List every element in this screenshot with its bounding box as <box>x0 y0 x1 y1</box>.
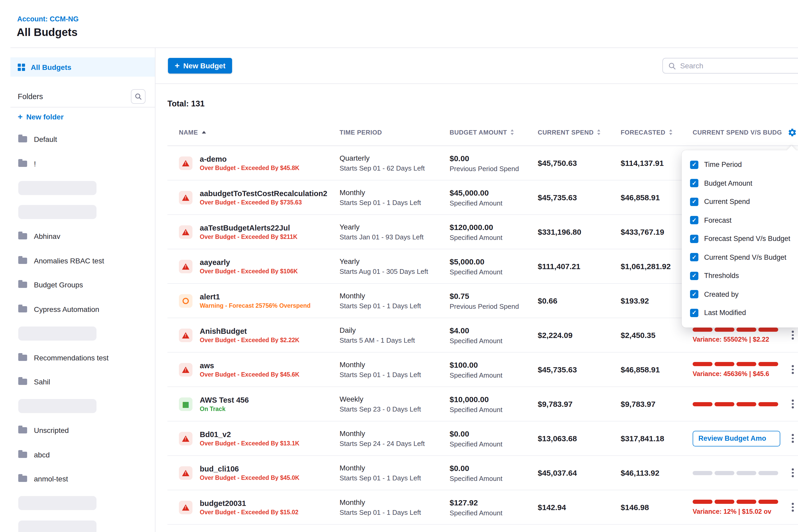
budget-name: AWS Test 456 <box>200 396 249 404</box>
review-budget-button[interactable]: Review Budget Amo <box>692 431 780 446</box>
folder-search-button[interactable] <box>131 89 146 103</box>
search-input[interactable] <box>680 61 798 70</box>
checked-checkbox[interactable]: ✓ <box>690 198 698 206</box>
folder-item[interactable]: Sahil <box>11 370 155 394</box>
checked-checkbox[interactable]: ✓ <box>690 309 698 317</box>
new-folder-button[interactable]: + New folder <box>18 113 64 121</box>
plus-icon: + <box>175 61 180 70</box>
account-breadcrumb[interactable]: Account: CCM-NG <box>17 15 79 23</box>
current-spend: $9,783.97 <box>538 400 621 408</box>
folder-item[interactable]: Budget Groups <box>11 273 155 297</box>
folder-item[interactable]: Default <box>11 127 155 152</box>
folder-item[interactable]: Abhinav <box>11 224 155 249</box>
column-menu-item[interactable]: ✓Current Spend V/s Budget <box>690 248 798 267</box>
budget-status: Over Budget - Exceeded By $15.02 <box>200 509 298 515</box>
folder-item[interactable]: anmol-test <box>11 467 155 491</box>
checked-checkbox[interactable]: ✓ <box>690 290 698 299</box>
folder-item[interactable]: Anomalies RBAC test <box>11 249 155 273</box>
row-menu-kebab-icon[interactable] <box>785 328 798 342</box>
checked-checkbox[interactable]: ✓ <box>690 253 698 262</box>
folder-item[interactable]: Cypress Automation <box>11 297 155 321</box>
table-header: NAMETIME PERIODBUDGET AMOUNTCURRENT SPEN… <box>167 119 798 146</box>
budget-name-cell: aabudgetToTestCostRecalculation2Over Bud… <box>167 189 340 206</box>
row-menu-kebab-icon[interactable] <box>785 362 798 377</box>
budget-amount-detail: Specified Amount <box>450 474 538 482</box>
table-row[interactable]: budget20031Over Budget - Exceeded By $15… <box>167 490 798 525</box>
folder-item[interactable]: ! <box>11 152 155 176</box>
column-header-forecasted[interactable]: FORECASTED <box>621 129 692 136</box>
time-period-detail: Starts Sep 01 - 1 Days Left <box>340 474 450 482</box>
folder-icon <box>18 136 27 142</box>
budget-amount-cell: $0.00Previous Period Spend <box>450 154 538 172</box>
column-menu-item[interactable]: ✓Forecast <box>690 211 798 229</box>
placeholder-bar <box>18 399 96 413</box>
table-row[interactable]: bud_cli106Over Budget - Exceeded By $45.… <box>167 456 798 490</box>
checked-checkbox[interactable]: ✓ <box>690 160 698 169</box>
budget-amount: $45,000.00 <box>450 188 538 197</box>
folder-item-label: abcd <box>34 451 50 459</box>
budget-amount: $120,000.00 <box>450 223 538 231</box>
budget-name-cell: ▦AWS Test 456On Track <box>167 396 340 412</box>
folder-item[interactable]: Unscripted <box>11 418 155 442</box>
row-menu-kebab-icon[interactable] <box>785 397 798 411</box>
warning-triangle-icon <box>182 366 189 373</box>
column-menu-item[interactable]: ✓Forecast Spend V/s Budget <box>690 229 798 248</box>
plus-icon: + <box>18 113 23 121</box>
checked-checkbox[interactable]: ✓ <box>690 272 698 280</box>
column-settings-cell <box>782 125 798 140</box>
column-header-time-period[interactable]: TIME PERIOD <box>340 129 450 136</box>
spend-vs-budget-cell <box>692 402 782 406</box>
folder-item[interactable]: Recommendations test <box>11 345 155 370</box>
column-header-current-spend[interactable]: CURRENT SPEND <box>538 129 621 136</box>
warning-triangle-icon <box>182 194 189 201</box>
current-spend: $13,063.68 <box>538 434 621 443</box>
time-period: Monthly <box>340 291 450 300</box>
column-menu-item[interactable]: ✓Thresholds <box>690 267 798 285</box>
row-menu-kebab-icon[interactable] <box>785 431 798 446</box>
column-header-label: TIME PERIOD <box>340 129 382 136</box>
checked-checkbox[interactable]: ✓ <box>690 179 698 188</box>
row-menu-kebab-icon[interactable] <box>785 466 798 480</box>
budget-amount-cell: $10,000.00Specified Amount <box>450 395 538 413</box>
column-header-name[interactable]: NAME <box>167 129 340 136</box>
column-settings-menu: ✓Time Period✓Budget Amount✓Current Spend… <box>682 150 798 327</box>
sidebar-item-all-budgets[interactable]: All Budgets <box>11 57 155 77</box>
sidebar: All Budgets Folders + New folder Default… <box>11 48 155 532</box>
column-menu-item[interactable]: ✓Budget Amount <box>690 174 798 192</box>
table-row[interactable]: awsOver Budget - Exceeded By $45.6KMonth… <box>167 353 798 387</box>
checked-checkbox[interactable]: ✓ <box>690 216 698 225</box>
column-menu-item[interactable]: ✓Last Modified <box>690 304 798 322</box>
budget-status: Over Budget - Exceeded By $45.6K <box>200 372 299 378</box>
budget-status: Over Budget - Exceeded By $45.8K <box>200 165 299 171</box>
column-header-label: FORECASTED <box>621 129 665 136</box>
row-menu-kebab-icon[interactable] <box>785 500 798 515</box>
folder-item-label: ! <box>34 159 36 168</box>
time-period: Yearly <box>340 223 450 231</box>
budget-amount-detail: Specified Amount <box>450 233 538 241</box>
checked-checkbox[interactable]: ✓ <box>690 235 698 243</box>
budget-status: Over Budget - Exceeded By $13.1K <box>200 440 299 446</box>
column-header-budget-amount[interactable]: BUDGET AMOUNT <box>450 129 538 136</box>
budget-status: Warning - Forecast 25756% Overspend <box>200 303 310 309</box>
time-period: Monthly <box>340 188 450 197</box>
column-header-current-spend-v-s-budget[interactable]: CURRENT SPEND V/S BUDGET <box>692 129 782 136</box>
folder-item-label: Anomalies RBAC test <box>34 256 104 265</box>
folder-item-label: Sahil <box>34 378 50 386</box>
search-icon <box>135 93 142 100</box>
folder-item[interactable]: abcd <box>11 442 155 467</box>
current-spend: $45,735.63 <box>538 193 621 202</box>
column-menu-item[interactable]: ✓Created by <box>690 285 798 304</box>
budget-name-cell: aaTestBudgetAlerts22JulOver Budget - Exc… <box>167 224 340 240</box>
column-menu-item[interactable]: ✓Current Spend <box>690 192 798 211</box>
search-box <box>662 58 798 74</box>
current-spend: $331,196.80 <box>538 227 621 236</box>
new-budget-button[interactable]: + New Budget <box>168 58 232 74</box>
table-row[interactable]: Bd01_v2Over Budget - Exceeded By $13.1KM… <box>167 421 798 456</box>
current-spend: $142.94 <box>538 503 621 512</box>
time-period-detail: Starts 5 AM - 1 Days Left <box>340 337 450 344</box>
column-menu-item[interactable]: ✓Time Period <box>690 155 798 174</box>
column-settings-button[interactable] <box>784 125 798 140</box>
folder-item-placeholder <box>11 515 155 532</box>
budget-amount-detail: Previous Period Spend <box>450 165 538 172</box>
table-row[interactable]: ▦AWS Test 456On TrackWeeklyStarts Sep 23… <box>167 387 798 421</box>
